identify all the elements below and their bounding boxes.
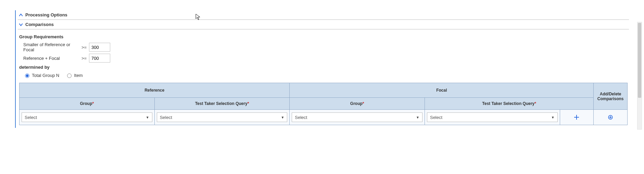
chevron-down-icon	[18, 23, 23, 26]
vertical-scrollbar[interactable]	[637, 22, 642, 130]
chevron-right-icon	[18, 13, 23, 17]
comparisons-table: Reference Focal Add/Delete Comparisons G…	[19, 83, 628, 125]
table-row: Select ▼ Select ▼ Select	[20, 110, 628, 125]
radio-total-group-n[interactable]	[25, 73, 29, 78]
radio-item[interactable]	[67, 73, 72, 78]
caret-down-icon: ▼	[281, 116, 284, 119]
scrollbar-thumb[interactable]	[638, 23, 641, 98]
add-comparison-button[interactable]	[573, 113, 580, 121]
ref-group-select[interactable]: Select ▼	[22, 112, 152, 122]
radio-option-item[interactable]: Item	[65, 72, 83, 78]
focal-query-select[interactable]: Select ▼	[427, 112, 558, 122]
group-requirements-heading: Group Requirements	[19, 34, 628, 39]
req-input-smaller[interactable]	[89, 43, 110, 52]
combo-value: Select	[160, 115, 172, 120]
required-mark-icon: *	[248, 101, 249, 106]
required-mark-icon: *	[534, 101, 536, 106]
focal-group-select[interactable]: Select ▼	[292, 112, 422, 122]
req-label-smaller: Smaller of Reference or Focal	[23, 42, 81, 52]
section-header-processing-options[interactable]: Processing Options	[18, 10, 629, 20]
th-focal: Focal	[290, 83, 594, 98]
combo-value: Select	[430, 115, 442, 120]
th-text: Test Taker Selection Query	[195, 101, 248, 106]
th-ref-group: Group*	[20, 98, 155, 110]
section-title-processing-options: Processing Options	[25, 12, 67, 17]
radio-label-item: Item	[74, 73, 83, 78]
caret-down-icon: ▼	[416, 116, 419, 119]
section-header-comparisons[interactable]: Comparisons	[18, 20, 629, 29]
required-mark-icon: *	[363, 101, 364, 106]
th-text: Test Taker Selection Query	[482, 101, 534, 106]
add-delete-row-button[interactable]	[607, 113, 614, 121]
determined-by-options: Total Group N Item	[23, 72, 628, 78]
th-focal-group: Group*	[290, 98, 425, 110]
req-op-sum: >=	[81, 56, 89, 61]
th-text: Group	[80, 101, 92, 106]
radio-option-total[interactable]: Total Group N	[23, 72, 59, 78]
th-add-delete: Add/Delete Comparisons	[594, 83, 628, 110]
req-label-sum: Reference + Focal	[23, 56, 81, 61]
plus-circle-icon	[608, 115, 613, 120]
determined-by-heading: determined by	[19, 65, 628, 70]
required-mark-icon: *	[92, 101, 94, 106]
req-row-sum: Reference + Focal >=	[23, 54, 628, 63]
req-row-smaller: Smaller of Reference or Focal >=	[23, 42, 628, 52]
req-op-smaller: >=	[81, 45, 89, 50]
section-title-comparisons: Comparisons	[25, 22, 54, 27]
th-focal-query: Test Taker Selection Query*	[425, 98, 593, 110]
combo-value: Select	[25, 115, 37, 120]
caret-down-icon: ▼	[146, 116, 149, 119]
th-ref-query: Test Taker Selection Query*	[154, 98, 290, 110]
th-reference: Reference	[20, 83, 290, 98]
radio-label-total: Total Group N	[32, 73, 59, 78]
comparisons-body: Group Requirements Smaller of Reference …	[18, 29, 629, 128]
combo-value: Select	[295, 115, 307, 120]
req-input-sum[interactable]	[89, 54, 110, 63]
plus-icon	[574, 115, 579, 120]
ref-query-select[interactable]: Select ▼	[157, 112, 288, 122]
caret-down-icon: ▼	[551, 116, 555, 119]
th-text: Group	[350, 101, 363, 106]
